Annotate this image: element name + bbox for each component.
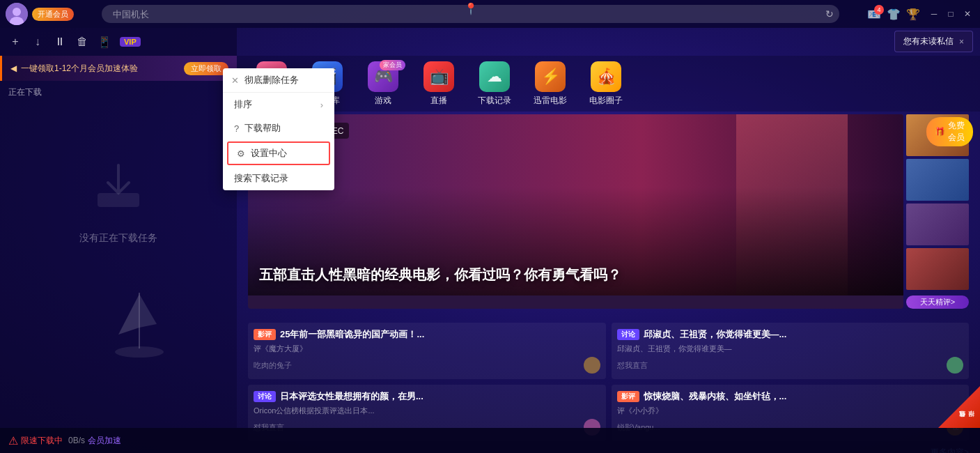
arrow-icon: ›: [320, 100, 323, 110]
disc-title-3: 惊悚烧脑、残暴内核、如坐针毡，...: [644, 390, 787, 403]
avatar[interactable]: [6, 3, 28, 25]
discussion-grid: 影评 25年前一部黑暗诡异的国产动画！... 评《魔方大厦》 吃肉的兔子 讨论 …: [237, 323, 980, 441]
right-panel: ♥ 会员 🎬 影视库 🎮 家会员 游戏 📺 直播 ☁ 下载记录 ⚡ 迅雷电影 🎪…: [237, 56, 980, 428]
left-panel: ◀ 一键领取1-12个月会员加速体验 立即领取 正在下载 没有正在下载任务: [0, 56, 237, 428]
window-controls: ─ □ ✕: [927, 7, 974, 21]
help-icon: ?: [234, 123, 239, 134]
vip-accelerate-btn[interactable]: 会员加速: [88, 435, 121, 447]
claim-button[interactable]: 立即领取: [184, 62, 228, 75]
discussion-item-0[interactable]: 影评 25年前一部黑暗诡异的国产动画！... 评《魔方大厦》 吃肉的兔子: [248, 323, 606, 379]
context-menu: ✕ 彻底删除任务 排序 › ? 下载帮助 ⚙ 设置中心 搜索下载记录: [223, 68, 334, 190]
minimize-button[interactable]: ─: [927, 7, 941, 21]
add-button[interactable]: +: [6, 32, 25, 52]
nav-history[interactable]: ☁ 下载记录: [474, 61, 515, 107]
vip-button[interactable]: 开通会员: [32, 8, 74, 21]
live-icon-box: 📺: [423, 61, 454, 92]
download-button[interactable]: ↓: [28, 32, 47, 52]
svg-marker-5: [118, 294, 139, 335]
disc-username-0: 吃肉的兔子: [254, 360, 580, 371]
disc-title-0: 25年前一部黑暗诡异的国产动画！...: [280, 328, 424, 341]
mail-badge: 4: [874, 5, 884, 15]
thumb-4[interactable]: [906, 248, 969, 290]
nav-games[interactable]: 🎮 家会员 游戏: [362, 61, 404, 107]
titlebar: 开通会员 📍 ↻ 📧 4 👕 🏆 ─ □ ✕: [0, 0, 980, 28]
disc-user-0: 吃肉的兔子: [254, 357, 600, 374]
featured-image: ● 热门讨论 / 05 DEC 五部直击人性黑暗的经典电影，你看过吗？你有勇气看…: [248, 114, 903, 295]
mobile-button[interactable]: 📱: [95, 32, 114, 52]
nav-icons: ♥ 会员 🎬 影视库 🎮 家会员 游戏 📺 直播 ☁ 下载记录 ⚡ 迅雷电影 🎪…: [237, 56, 980, 112]
context-menu-settings[interactable]: ⚙ 设置中心: [227, 141, 330, 165]
private-msg-notification: 您有未读私信 ×: [894, 31, 973, 52]
disc-avatar-0: [584, 357, 600, 374]
circle-icon-box: 🎪: [591, 61, 621, 92]
discussion-item-1[interactable]: 讨论 邱淑贞、王祖贤，你觉得谁更美—... 邱淑贞、王祖贤，你觉得谁更美— 怼我…: [612, 323, 970, 379]
free-vip-text: 免费会员: [948, 120, 965, 144]
disc-header-2: 讨论 日本评选女性最想拥有的颜，在男...: [254, 390, 600, 403]
download-empty-icon: [91, 158, 146, 224]
main-content: ● 热门讨论 / 05 DEC 五部直击人性黑暗的经典电影，你看过吗？你有勇气看…: [237, 114, 980, 317]
pause-button[interactable]: ⏸: [50, 32, 70, 52]
settings-label: 设置中心: [251, 147, 287, 160]
maximize-button[interactable]: □: [944, 7, 958, 21]
nav-xunlei-label: 迅雷电影: [534, 95, 567, 107]
disc-sub-0: 评《魔方大厦》: [254, 344, 600, 354]
xunlei-icon-box: ⚡: [535, 61, 566, 92]
settings-icon: ⚙: [237, 148, 245, 159]
sailboat-decoration: [111, 286, 167, 372]
limit-icon: ⚠: [8, 434, 18, 447]
delete-button[interactable]: 🗑: [72, 32, 92, 52]
empty-text: 没有正在下载任务: [79, 232, 157, 245]
trophy-icon[interactable]: 🏆: [906, 8, 920, 21]
nav-games-label: 游戏: [375, 95, 391, 107]
close-button[interactable]: ✕: [960, 7, 974, 21]
context-menu-search[interactable]: 搜索下载记录: [223, 167, 334, 190]
speed-value: 0B/s: [68, 436, 85, 445]
disc-title-1: 邱淑贞、王祖贤，你觉得谁更美—...: [644, 328, 787, 341]
search-records-label: 搜索下载记录: [234, 172, 288, 185]
nav-live[interactable]: 📺 直播: [418, 61, 460, 107]
disc-sub-3: 评《小小乔》: [617, 406, 964, 416]
promo-text: 一键领取1-12个月会员加速体验: [21, 63, 138, 75]
disc-header-3: 影评 惊悚烧脑、残暴内核、如坐针毡，...: [617, 390, 964, 403]
disc-sub-1: 邱淑贞、王祖贤，你觉得谁更美—: [617, 344, 964, 354]
sort-label: 排序: [234, 98, 252, 111]
svg-point-7: [115, 346, 164, 358]
featured-title: 五部直击人性黑暗的经典电影，你看过吗？你有勇气看吗？: [259, 265, 621, 284]
corner-sticker-inner: 有钱信息举报: [938, 386, 980, 428]
featured-wrapper: ● 热门讨论 / 05 DEC 五部直击人性黑暗的经典电影，你看过吗？你有勇气看…: [248, 114, 969, 309]
games-badge: 家会员: [380, 60, 405, 70]
disc-title-2: 日本评选女性最想拥有的颜，在男...: [280, 390, 423, 403]
gift-icon: 🎁: [935, 127, 945, 137]
location-pin-icon: 📍: [464, 2, 478, 15]
context-menu-help[interactable]: ? 下载帮助: [223, 116, 334, 140]
toolbar: + ↓ ⏸ 🗑 📱 VIP: [0, 28, 237, 56]
mail-icon[interactable]: 📧 4: [867, 8, 881, 21]
back-arrow-icon: ◀: [10, 63, 17, 73]
disc-avatar-1: [947, 357, 963, 374]
nav-circle[interactable]: 🎪 电影圈子: [585, 61, 627, 107]
nav-xunlei-movies[interactable]: ⚡ 迅雷电影: [529, 61, 571, 107]
featured-video[interactable]: ● 热门讨论 / 05 DEC 五部直击人性黑暗的经典电影，你看过吗？你有勇气看…: [248, 114, 903, 309]
thumb-3[interactable]: [906, 204, 969, 245]
corner-sticker[interactable]: 有钱信息举报: [938, 386, 980, 428]
shirt-icon[interactable]: 👕: [887, 8, 901, 21]
thumb-2[interactable]: [906, 159, 969, 201]
daily-pick-button[interactable]: 天天精评>: [906, 295, 969, 309]
svg-rect-3: [98, 193, 139, 207]
search-bar: 📍 ↻: [102, 5, 839, 23]
context-menu-sort[interactable]: 排序 ›: [223, 93, 334, 116]
svg-point-1: [13, 8, 21, 16]
nav-live-label: 直播: [430, 95, 447, 107]
status-bar: ⚠ 限速下载中 0B/s 会员加速: [0, 428, 980, 453]
downloading-label: 正在下载: [0, 81, 237, 104]
search-button[interactable]: ↻: [825, 8, 834, 20]
speed-limit-text: 限速下载中: [21, 435, 63, 447]
titlebar-icons: 📧 4 👕 🏆: [867, 8, 920, 21]
promo-banner: ◀ 一键领取1-12个月会员加速体验 立即领取: [0, 56, 237, 81]
context-menu-close[interactable]: ✕: [231, 75, 239, 86]
private-msg-close[interactable]: ×: [959, 37, 964, 47]
disc-sub-2: Oricon公信榜根据投票评选出日本...: [254, 406, 600, 416]
free-vip-button[interactable]: 🎁 免费会员: [926, 117, 973, 146]
vip-tag[interactable]: VIP: [120, 37, 141, 47]
disc-header-0: 影评 25年前一部黑暗诡异的国产动画！...: [254, 328, 600, 341]
